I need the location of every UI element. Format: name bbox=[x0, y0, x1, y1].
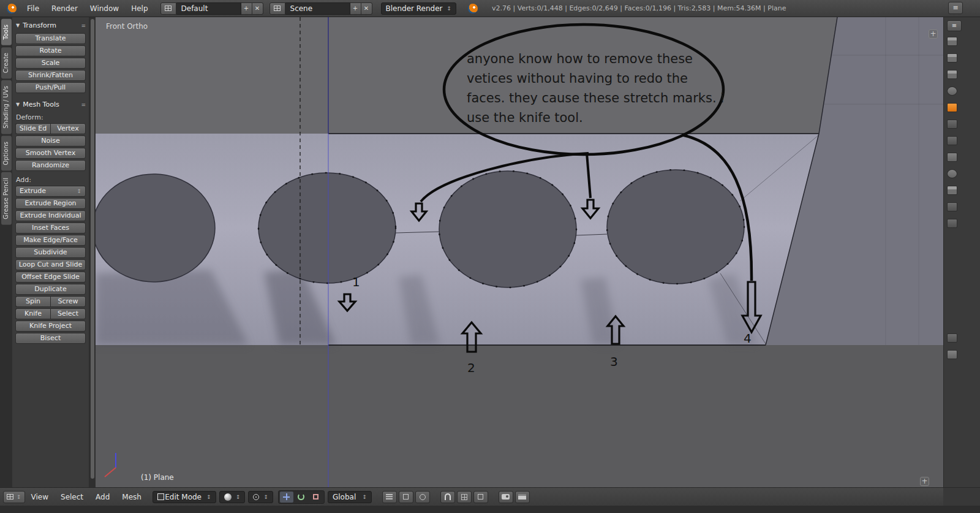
tab-options[interactable]: Options bbox=[1, 136, 12, 171]
push-pull-button[interactable]: Push/Pull bbox=[15, 82, 86, 93]
properties-tab-render-layers-icon[interactable] bbox=[947, 53, 957, 63]
manipulator-scale-button[interactable] bbox=[309, 492, 323, 503]
subdivide-button[interactable]: Subdivide bbox=[15, 247, 86, 258]
properties-editor-type-button[interactable]: ≡ bbox=[947, 20, 962, 31]
manipulator-rotate-button[interactable] bbox=[295, 492, 308, 503]
edge-slide-button[interactable]: Slide Ed bbox=[15, 123, 50, 134]
transform-panel-header[interactable]: ▼ Transform ≡ bbox=[16, 21, 86, 29]
scrollbar-thumb[interactable] bbox=[91, 19, 94, 479]
knife-project-button[interactable]: Knife Project bbox=[15, 321, 86, 332]
properties-tab-physics-icon[interactable] bbox=[947, 219, 957, 228]
pivot-center-dropdown[interactable]: ↕ bbox=[248, 491, 273, 503]
mesh-tools-panel-header[interactable]: ▼ Mesh Tools ≡ bbox=[16, 101, 86, 108]
properties-tab-scene-icon[interactable] bbox=[947, 70, 957, 79]
menu-file[interactable]: File bbox=[21, 2, 45, 15]
toolshelf-scrollbar[interactable] bbox=[89, 17, 96, 487]
expand-region-button[interactable]: + bbox=[920, 477, 929, 486]
properties-tab-texture-icon[interactable] bbox=[947, 186, 957, 195]
properties-editor: ≡ bbox=[943, 17, 980, 487]
snap-element-button[interactable] bbox=[457, 491, 472, 503]
knife-select-button[interactable]: Select bbox=[50, 308, 86, 319]
noise-button[interactable]: Noise bbox=[15, 135, 86, 146]
updown-icon: ↕ bbox=[362, 494, 367, 500]
knife-button[interactable]: Knife bbox=[15, 308, 50, 319]
scale-button[interactable]: Scale bbox=[15, 58, 86, 69]
menu-mesh[interactable]: Mesh bbox=[116, 491, 148, 503]
menu-window[interactable]: Window bbox=[84, 2, 125, 15]
spin-button[interactable]: Spin bbox=[15, 296, 50, 307]
offset-edge-slide-button[interactable]: Offset Edge Slide bbox=[15, 272, 86, 283]
screen-layout-browse-button[interactable] bbox=[160, 2, 176, 15]
clapper-icon bbox=[518, 494, 526, 500]
extrude-dropdown[interactable]: Extrude ↕ bbox=[15, 186, 86, 197]
3d-viewport[interactable]: Front Ortho (1) Plane anyone know how to… bbox=[96, 17, 943, 487]
extrude-label: Extrude bbox=[20, 186, 46, 196]
menu-select[interactable]: Select bbox=[55, 491, 89, 503]
translate-button[interactable]: Translate bbox=[15, 33, 86, 44]
opengl-render-animation-button[interactable] bbox=[515, 491, 530, 503]
properties-tab-material-icon[interactable] bbox=[947, 169, 957, 178]
vertex-slide-button[interactable]: Vertex bbox=[50, 123, 86, 134]
make-edge-face-button[interactable]: Make Edge/Face bbox=[15, 235, 86, 246]
menu-view[interactable]: View bbox=[25, 491, 55, 503]
expand-properties-region-button[interactable]: + bbox=[929, 29, 938, 39]
tab-create[interactable]: Create bbox=[1, 47, 12, 78]
screen-layout-name[interactable]: Default bbox=[176, 2, 241, 15]
properties-editor-type-button[interactable]: ≡ bbox=[948, 2, 963, 14]
delete-screen-layout-button[interactable]: ✕ bbox=[252, 2, 263, 15]
properties-tab-object-data-icon[interactable] bbox=[947, 153, 957, 162]
properties-tab-world-icon[interactable] bbox=[947, 86, 957, 96]
add-scene-button[interactable]: + bbox=[350, 2, 361, 15]
properties-tab-constraints-icon[interactable] bbox=[947, 120, 957, 129]
properties-tab-render-icon[interactable] bbox=[947, 37, 957, 46]
updown-icon: ↕ bbox=[17, 494, 21, 500]
smooth-vertex-button[interactable]: Smooth Vertex bbox=[15, 148, 86, 159]
properties-tab-modifiers-icon[interactable] bbox=[947, 136, 957, 145]
object-info-label: (1) Plane bbox=[141, 473, 174, 482]
mode-dropdown[interactable]: Edit Mode ↕ bbox=[153, 491, 216, 503]
manipulator-translate-button[interactable] bbox=[280, 492, 293, 503]
snap-toggle-button[interactable] bbox=[440, 491, 455, 503]
properties-tab-particles-icon[interactable] bbox=[947, 202, 957, 211]
grease-pencil-icon[interactable] bbox=[947, 333, 957, 343]
editor-type-button[interactable]: ↕ bbox=[3, 491, 25, 503]
scene-browse-button[interactable] bbox=[270, 2, 285, 15]
opengl-render-image-button[interactable] bbox=[499, 491, 513, 503]
hole-ellipse-2 bbox=[258, 173, 396, 283]
panel-grip-icon[interactable]: ≡ bbox=[81, 23, 86, 29]
extrude-region-button[interactable]: Extrude Region bbox=[15, 198, 86, 209]
duplicate-button[interactable]: Duplicate bbox=[15, 284, 86, 295]
mode-label: Edit Mode bbox=[165, 493, 202, 501]
shrink-fatten-button[interactable]: Shrink/Fatten bbox=[15, 70, 86, 81]
tab-shading-uvs[interactable]: Shading / UVs bbox=[1, 80, 12, 134]
menu-render[interactable]: Render bbox=[45, 2, 84, 15]
tab-tools[interactable]: Tools bbox=[1, 19, 12, 45]
rotate-button[interactable]: Rotate bbox=[15, 45, 86, 56]
rotate-manipulator-icon bbox=[298, 493, 304, 500]
render-engine-dropdown[interactable]: Blender Render ↕ bbox=[381, 2, 457, 15]
bisect-button[interactable]: Bisect bbox=[15, 333, 86, 344]
panel-grip-icon[interactable]: ≡ bbox=[81, 102, 86, 108]
screw-button[interactable]: Screw bbox=[50, 296, 86, 307]
tab-grease-pencil[interactable]: Grease Pencil bbox=[1, 172, 12, 225]
randomize-button[interactable]: Randomize bbox=[15, 160, 86, 171]
delete-scene-button[interactable]: ✕ bbox=[361, 2, 372, 15]
arrow-label-3: 3 bbox=[610, 354, 618, 369]
blender-app-menu-button[interactable] bbox=[2, 2, 21, 15]
properties-tab-object-icon[interactable] bbox=[947, 103, 957, 112]
add-screen-layout-button[interactable]: + bbox=[241, 2, 252, 15]
inset-faces-button[interactable]: Inset Faces bbox=[15, 222, 86, 234]
layers-button[interactable] bbox=[382, 491, 397, 503]
loop-cut-slide-button[interactable]: Loop Cut and Slide bbox=[15, 259, 86, 270]
menu-help[interactable]: Help bbox=[125, 2, 154, 15]
proportional-edit-button[interactable] bbox=[415, 491, 430, 503]
menu-add[interactable]: Add bbox=[89, 491, 116, 503]
transform-orientation-dropdown[interactable]: Global ↕ bbox=[328, 491, 372, 503]
manipulator-group bbox=[278, 490, 325, 504]
viewport-shading-dropdown[interactable]: ↕ bbox=[219, 491, 246, 503]
extrude-individual-button[interactable]: Extrude Individual bbox=[15, 210, 86, 221]
occlude-geometry-button[interactable] bbox=[473, 491, 488, 503]
brush-icon[interactable] bbox=[947, 350, 957, 359]
scene-name[interactable]: Scene bbox=[285, 2, 350, 15]
lock-to-scene-button[interactable] bbox=[399, 491, 413, 503]
